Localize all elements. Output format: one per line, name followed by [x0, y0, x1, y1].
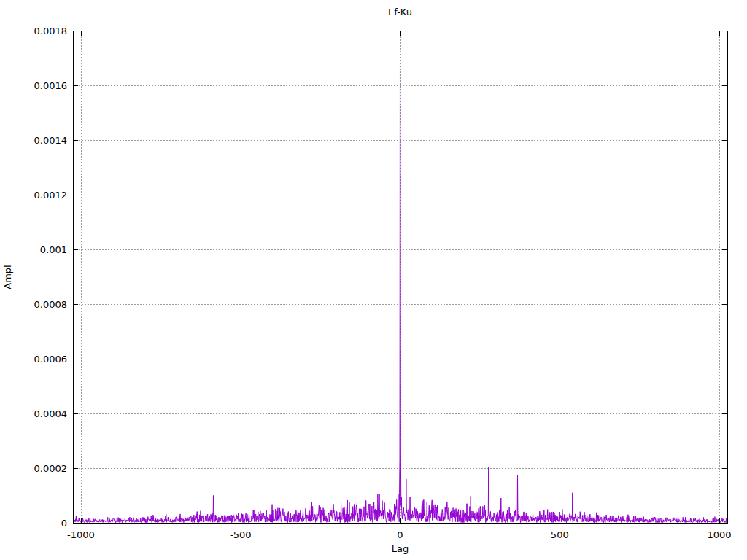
y-tick-label: 0.0014 — [34, 135, 68, 146]
y-tick-label: 0.0008 — [34, 299, 68, 310]
gnuplot-chart-window: Ef-Ku Ampl Lag -1000-5000500100000.00020… — [0, 0, 747, 560]
x-tick-label: 1000 — [708, 529, 732, 540]
x-tick-label: -1000 — [67, 529, 95, 540]
x-tick-label: -500 — [230, 529, 252, 540]
y-tick-label: 0.0016 — [34, 80, 68, 91]
y-tick-label: 0.0002 — [34, 463, 68, 474]
plot-area: -1000-5000500100000.00020.00040.00060.00… — [0, 0, 747, 560]
data-series-line — [73, 55, 727, 523]
y-tick-label: 0.0018 — [34, 26, 68, 36]
x-tick-label: 0 — [397, 529, 403, 540]
y-tick-label: 0.001 — [40, 244, 67, 255]
x-tick-label: 500 — [551, 529, 569, 540]
y-tick-label: 0.0004 — [34, 408, 68, 419]
y-tick-label: 0.0012 — [34, 190, 68, 201]
y-tick-label: 0 — [61, 518, 67, 529]
y-tick-label: 0.0006 — [34, 354, 68, 365]
